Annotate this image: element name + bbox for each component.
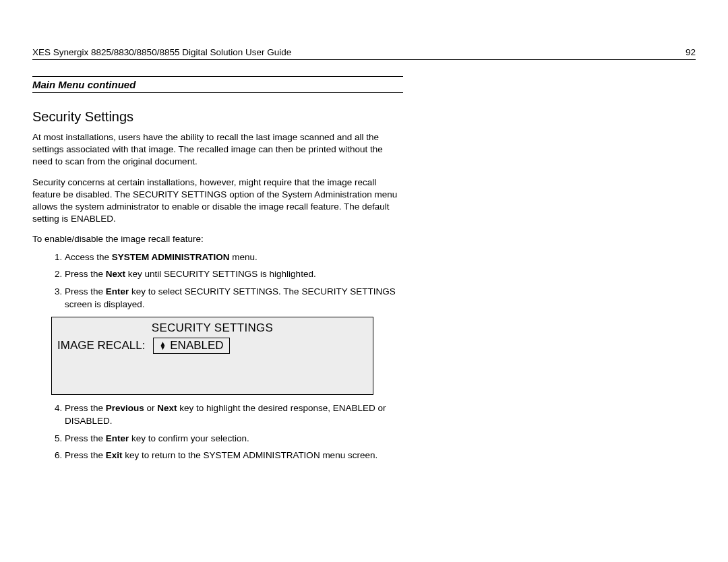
page-header: XES Synergix 8825/8830/8850/8855 Digital… bbox=[32, 47, 696, 60]
step-bold: Exit bbox=[106, 450, 123, 460]
step-bold: Next bbox=[157, 403, 177, 413]
step-text: Press the bbox=[65, 269, 106, 279]
paragraph-2: Security concerns at certain installatio… bbox=[32, 177, 403, 226]
step-bold: Previous bbox=[106, 403, 144, 413]
step-bold: Next bbox=[106, 269, 125, 279]
lcd-screen-panel: SECURITY SETTINGS IMAGE RECALL: ▲▼ ENABL… bbox=[51, 317, 373, 395]
step-text: Press the bbox=[65, 433, 106, 443]
section-header: Main Menu continued bbox=[32, 76, 403, 93]
step-1: Access the SYSTEM ADMINISTRATION menu. bbox=[65, 251, 403, 264]
up-down-icon: ▲▼ bbox=[159, 342, 166, 349]
lead-sentence: To enable/disable the image recall featu… bbox=[32, 234, 403, 244]
page-number: 92 bbox=[686, 47, 696, 57]
step-bold: Enter bbox=[106, 433, 129, 443]
step-text: or bbox=[144, 403, 158, 413]
step-4: Press the Previous or Next key to highli… bbox=[65, 402, 403, 428]
step-text: Press the bbox=[65, 286, 106, 296]
paragraph-1: At most installations, users have the ab… bbox=[32, 131, 403, 168]
step-3: Press the Enter key to select SECURITY S… bbox=[65, 285, 403, 311]
screen-field-value: ▲▼ ENABLED bbox=[153, 338, 229, 354]
step-text: key until SECURITY SETTINGS is highlight… bbox=[125, 269, 316, 279]
doc-title: XES Synergix 8825/8830/8850/8855 Digital… bbox=[32, 47, 291, 57]
step-text: Press the bbox=[65, 403, 106, 413]
screen-value-text: ENABLED bbox=[170, 339, 223, 352]
content-column: Main Menu continued Security Settings At… bbox=[32, 76, 403, 462]
step-text: Access the bbox=[65, 252, 112, 262]
step-2: Press the Next key until SECURITY SETTIN… bbox=[65, 268, 403, 281]
steps-list: Access the SYSTEM ADMINISTRATION menu. P… bbox=[32, 251, 403, 311]
step-text: Press the bbox=[65, 450, 106, 460]
screen-field-label: IMAGE RECALL: bbox=[57, 339, 145, 352]
step-text: menu. bbox=[230, 252, 257, 262]
screen-row: IMAGE RECALL: ▲▼ ENABLED bbox=[57, 338, 367, 354]
step-bold: SYSTEM ADMINISTRATION bbox=[112, 252, 230, 262]
page-title: Security Settings bbox=[32, 109, 403, 125]
screen-title: SECURITY SETTINGS bbox=[57, 321, 367, 335]
step-bold: Enter bbox=[106, 286, 129, 296]
step-text: key to confirm your selection. bbox=[129, 433, 249, 443]
steps-list-cont: Press the Previous or Next key to highli… bbox=[32, 402, 403, 462]
step-6: Press the Exit key to return to the SYST… bbox=[65, 449, 403, 462]
step-text: key to return to the SYSTEM ADMINISTRATI… bbox=[123, 450, 378, 460]
step-5: Press the Enter key to confirm your sele… bbox=[65, 432, 403, 445]
